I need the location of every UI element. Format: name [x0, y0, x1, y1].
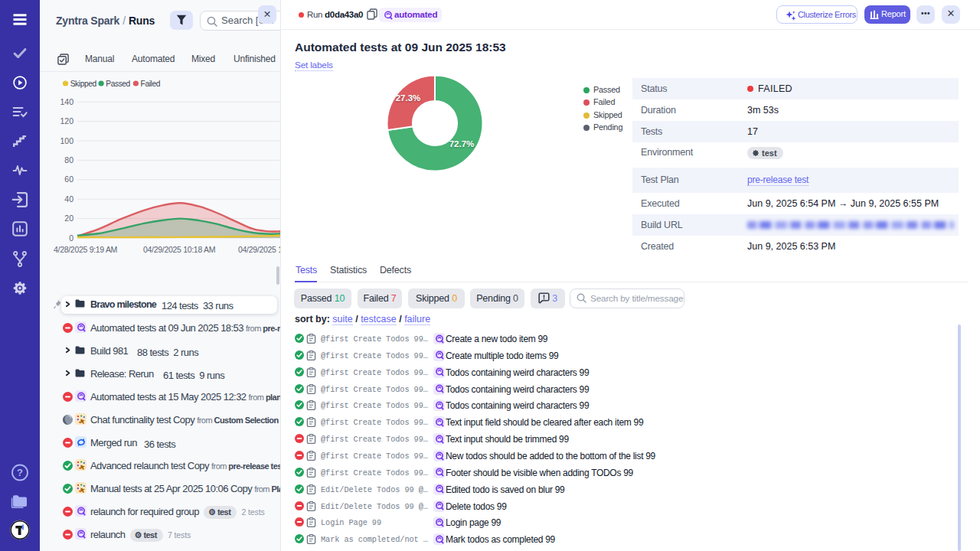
svg-text:?: ? [17, 467, 23, 478]
svg-text:Failed: Failed [141, 80, 161, 88]
svg-text:4/28/2025 9:19 AM: 4/28/2025 9:19 AM [54, 245, 117, 254]
svg-text:27.3%: 27.3% [396, 93, 421, 102]
svg-text:100: 100 [60, 136, 74, 145]
svg-text:Passed: Passed [106, 80, 130, 88]
svg-text:120: 120 [60, 116, 74, 126]
svg-text:40: 40 [64, 194, 74, 204]
svg-text:Skipped: Skipped [70, 80, 97, 88]
svg-text:80: 80 [64, 155, 74, 165]
svg-text:72.7%: 72.7% [449, 139, 475, 148]
svg-text:140: 140 [60, 97, 74, 106]
svg-text:20: 20 [64, 214, 74, 223]
svg-text:60: 60 [64, 174, 74, 184]
svg-text:04/29/2025 10:18 AM: 04/29/2025 10:18 AM [143, 245, 215, 254]
svg-text:0: 0 [69, 233, 74, 243]
svg-text:04/29/2025 10: 04/29/2025 10 [238, 245, 281, 254]
